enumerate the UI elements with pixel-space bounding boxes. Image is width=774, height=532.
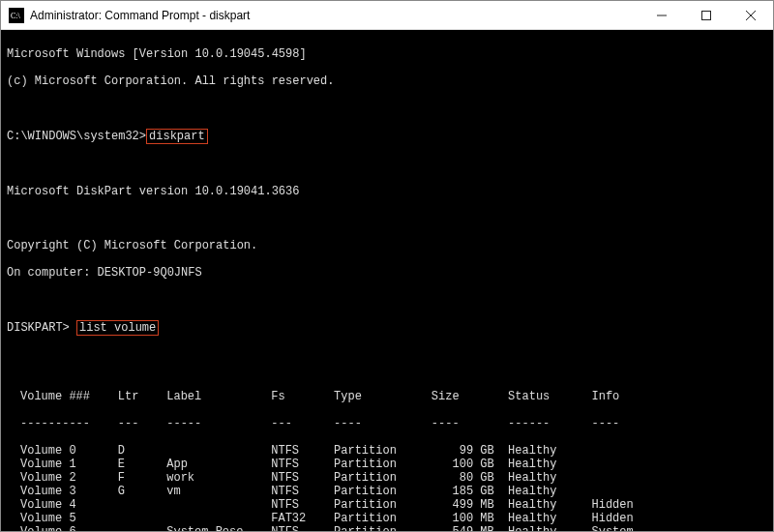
titlebar[interactable]: C:\ Administrator: Command Prompt - disk… — [1, 1, 773, 30]
copyright-line: (c) Microsoft Corporation. All rights re… — [7, 74, 767, 88]
volume-table-row: Volume 1 E App NTFS Partition 100 GB Hea… — [20, 458, 767, 471]
prompt-line-2: DISKPART> list volume — [7, 320, 767, 336]
prompt-line-1: C:\WINDOWS\system32>diskpart — [7, 129, 767, 144]
diskpart-copyright: Copyright (C) Microsoft Corporation. — [7, 239, 767, 252]
svg-text:C:\: C:\ — [11, 12, 21, 20]
window-controls — [640, 1, 773, 29]
maximize-button[interactable] — [684, 1, 729, 29]
volume-table-row: Volume 2 F work NTFS Partition 80 GB Hea… — [20, 471, 767, 485]
volume-table-row: Volume 6 System Rese NTFS Partition 549 … — [20, 525, 767, 531]
window-title: Administrator: Command Prompt - diskpart — [30, 9, 640, 22]
prompt-path: C:\WINDOWS\system32> — [7, 130, 146, 143]
minimize-button[interactable] — [640, 1, 684, 29]
volume-table-row: Volume 3 G vm NTFS Partition 185 GB Heal… — [20, 485, 767, 498]
volume-table: Volume ### Ltr Label Fs Type Size Status… — [20, 376, 767, 531]
diskpart-prompt: DISKPART> — [7, 321, 70, 335]
volume-table-row: Volume 5 FAT32 Partition 100 MB Healthy … — [20, 512, 767, 525]
volume-table-row: Volume 0 D NTFS Partition 99 GB Healthy — [20, 444, 767, 458]
cmd-diskpart: diskpart — [146, 129, 208, 144]
volume-table-row: Volume 4 NTFS Partition 499 MB Healthy H… — [20, 498, 767, 512]
diskpart-version: Microsoft DiskPart version 10.0.19041.36… — [7, 185, 767, 198]
svg-rect-2 — [702, 11, 711, 19]
version-line: Microsoft Windows [Version 10.0.19045.45… — [7, 47, 767, 61]
diskpart-computer: On computer: DESKTOP-9Q0JNFS — [7, 266, 767, 280]
volume-table-header: Volume ### Ltr Label Fs Type Size Status… — [20, 390, 767, 403]
terminal-output[interactable]: Microsoft Windows [Version 10.0.19045.45… — [1, 30, 773, 531]
cmd-icon: C:\ — [9, 8, 24, 23]
close-button[interactable] — [729, 1, 773, 29]
cmd-list-volume: list volume — [76, 320, 159, 336]
volume-table-separator: ---------- --- ----- --- ---- ---- -----… — [20, 417, 767, 430]
command-prompt-window: C:\ Administrator: Command Prompt - disk… — [0, 0, 774, 532]
